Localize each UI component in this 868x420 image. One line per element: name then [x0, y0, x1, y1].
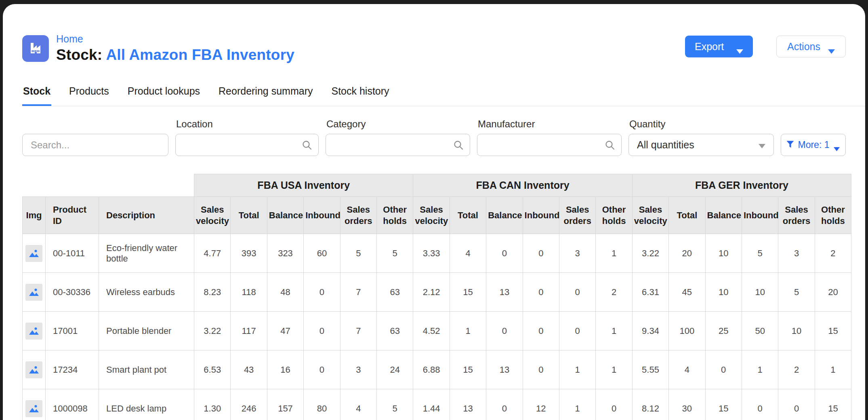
search-input[interactable] [22, 134, 168, 156]
column-header: Product ID [46, 197, 99, 234]
can-value-cell: 0 [486, 234, 523, 273]
actions-button[interactable]: Actions [776, 36, 846, 57]
column-header: Description [99, 197, 194, 234]
product-image-icon[interactable] [25, 361, 42, 378]
breadcrumb-home[interactable]: Home [56, 33, 294, 45]
usa-value-cell: 118 [231, 273, 267, 312]
can-value-cell: 1 [596, 350, 632, 389]
page-title: Stock: All Amazon FBA Inventory [56, 46, 294, 64]
can-value-cell: 0 [559, 312, 595, 350]
usa-value-cell: 5 [376, 234, 413, 273]
description-cell: Portable blender [99, 312, 194, 350]
can-value-cell: 0 [523, 312, 559, 350]
manufacturer-input[interactable] [477, 134, 622, 156]
ger-value-cell: 1 [815, 350, 851, 389]
description-cell: Eco-friendly water bottle [99, 234, 194, 273]
table-row: 00-1011Eco-friendly water bottle4.773933… [23, 234, 851, 273]
page-header: Home Stock: All Amazon FBA Inventory Exp… [22, 33, 846, 63]
usa-value-cell: 1.30 [194, 389, 231, 420]
tab-stock[interactable]: Stock [22, 85, 51, 106]
tab-stock-history[interactable]: Stock history [330, 85, 390, 106]
main-panel: Home Stock: All Amazon FBA Inventory Exp… [3, 4, 865, 420]
category-label: Category [326, 118, 470, 130]
can-value-cell: 4.52 [413, 312, 450, 350]
actions-button-label: Actions [787, 41, 820, 53]
ger-value-cell: 2 [778, 350, 815, 389]
usa-value-cell: 3.22 [194, 312, 231, 350]
more-filters-button[interactable]: More: 1 [781, 134, 846, 156]
usa-value-cell: 43 [231, 350, 267, 389]
ger-value-cell: 0 [705, 350, 742, 389]
usa-value-cell: 24 [376, 350, 413, 389]
ger-value-cell: 25 [705, 312, 742, 350]
usa-value-cell: 8.23 [194, 273, 231, 312]
column-header: Total [669, 197, 705, 234]
filter-bar: Location Category Manufacturer [22, 118, 846, 156]
ger-value-cell: 1 [742, 350, 778, 389]
column-header: Sales velocity [413, 197, 450, 234]
can-value-cell: 1.44 [413, 389, 450, 420]
can-value-cell: 0 [523, 273, 559, 312]
ger-value-cell: 10 [705, 273, 742, 312]
product-image-icon[interactable] [25, 245, 42, 262]
usa-value-cell: 7 [340, 312, 376, 350]
filter-funnel-icon [786, 139, 794, 150]
usa-value-cell: 157 [267, 389, 303, 420]
img-cell [23, 350, 46, 389]
column-header: Total [231, 197, 267, 234]
usa-value-cell: 323 [267, 234, 303, 273]
ger-value-cell: 20 [815, 273, 851, 312]
can-value-cell: 0 [596, 389, 632, 420]
group-header: FBA CAN Inventory [413, 174, 632, 197]
can-value-cell: 13 [486, 273, 523, 312]
ger-value-cell: 8.12 [632, 389, 668, 420]
search-icon [302, 140, 312, 152]
usa-value-cell: 16 [267, 350, 303, 389]
can-value-cell: 1 [559, 389, 595, 420]
can-value-cell: 0 [486, 389, 523, 420]
ger-value-cell: 15 [815, 389, 851, 420]
tab-bar: Stock Products Product lookups Reorderin… [22, 85, 865, 106]
ger-value-cell: 2 [815, 234, 851, 273]
can-value-cell: 2 [596, 273, 632, 312]
product-image-icon[interactable] [25, 284, 42, 301]
can-value-cell: 13 [486, 350, 523, 389]
chevron-down-icon [828, 44, 835, 49]
quantity-select[interactable]: All quantities [628, 134, 774, 156]
ger-value-cell: 15 [705, 389, 742, 420]
column-header: Sales orders [559, 197, 595, 234]
can-value-cell: 12 [523, 389, 559, 420]
usa-value-cell: 0 [304, 350, 340, 389]
usa-value-cell: 5 [340, 234, 376, 273]
usa-value-cell: 63 [376, 273, 413, 312]
location-input[interactable] [175, 134, 319, 156]
table-row: 17001Portable blender3.221174707634.5210… [23, 312, 851, 350]
ger-value-cell: 0 [778, 389, 815, 420]
tab-products[interactable]: Products [68, 85, 110, 106]
group-header-spacer [23, 174, 194, 197]
can-value-cell: 1 [559, 350, 595, 389]
product-image-icon[interactable] [25, 323, 42, 340]
quantity-select-value: All quantities [637, 139, 694, 151]
description-cell: Wireless earbuds [99, 273, 194, 312]
description-cell: Smart plant pot [99, 350, 194, 389]
description-cell: LED desk lamp [99, 389, 194, 420]
factory-icon [27, 40, 44, 57]
export-button[interactable]: Export [685, 36, 753, 57]
img-cell [23, 312, 46, 350]
usa-value-cell: 4 [340, 389, 376, 420]
tab-product-lookups[interactable]: Product lookups [127, 85, 201, 106]
ger-value-cell: 10 [778, 312, 815, 350]
group-header: FBA GER Inventory [632, 174, 851, 197]
can-value-cell: 3.33 [413, 234, 450, 273]
category-input[interactable] [326, 134, 470, 156]
usa-value-cell: 5 [376, 389, 413, 420]
app-logo[interactable] [22, 35, 49, 62]
ger-value-cell: 50 [742, 312, 778, 350]
ger-value-cell: 3.22 [632, 234, 668, 273]
tab-reordering-summary[interactable]: Reordering summary [218, 85, 313, 106]
product-image-icon[interactable] [25, 400, 42, 417]
usa-value-cell: 3 [340, 350, 376, 389]
usa-value-cell: 117 [231, 312, 267, 350]
usa-value-cell: 0 [304, 312, 340, 350]
